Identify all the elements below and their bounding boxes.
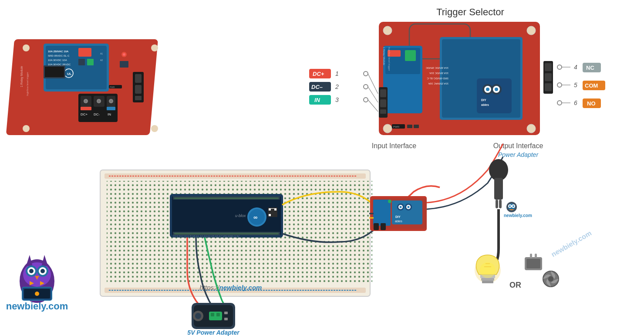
svg-text:10A 30VDC  10A: 10A 30VDC 10A bbox=[48, 59, 67, 61]
svg-text:A2: A2 bbox=[100, 59, 103, 61]
com-text: COM bbox=[585, 82, 598, 89]
svg-text:∞: ∞ bbox=[253, 214, 257, 221]
in-text: IN bbox=[314, 97, 320, 103]
svg-rect-30 bbox=[135, 96, 142, 100]
svg-text:u-blox: u-blox bbox=[235, 214, 246, 218]
nc-text: NC bbox=[586, 64, 594, 71]
svg-point-3 bbox=[23, 125, 30, 132]
svg-point-180 bbox=[35, 292, 39, 296]
svg-rect-154 bbox=[535, 254, 537, 258]
svg-text:PWR: PWR bbox=[393, 126, 400, 128]
svg-point-161 bbox=[509, 205, 511, 207]
pin4-circle bbox=[557, 65, 562, 69]
svg-rect-152 bbox=[526, 259, 540, 268]
pin6-number: 6 bbox=[574, 99, 577, 106]
svg-rect-44 bbox=[81, 107, 91, 110]
appliance-group bbox=[525, 254, 559, 287]
svg-line-88 bbox=[368, 74, 378, 94]
main-diagram: 1 Relay Module high/low level trigger 10… bbox=[0, 0, 644, 336]
power-adapter-5v bbox=[192, 303, 235, 329]
pin5-circle bbox=[557, 83, 562, 87]
svg-text:ables: ables bbox=[481, 103, 489, 106]
svg-text:A1: A1 bbox=[100, 52, 103, 55]
svg-text:DC+: DC+ bbox=[81, 112, 88, 116]
pin1-circle bbox=[364, 71, 368, 76]
svg-point-1 bbox=[23, 44, 30, 51]
svg-rect-21 bbox=[45, 67, 64, 77]
svg-rect-82 bbox=[380, 99, 386, 107]
or-label: OR bbox=[509, 281, 521, 289]
svg-point-50 bbox=[383, 26, 392, 35]
svg-rect-79 bbox=[414, 125, 419, 128]
svg-rect-148 bbox=[481, 278, 494, 281]
svg-text:SRD-05VDC-SL-C: SRD-05VDC-SL-C bbox=[48, 54, 70, 57]
svg-text:IN: IN bbox=[108, 112, 111, 116]
svg-text:10A 30VDC  10A: 10A 30VDC 10A bbox=[429, 72, 448, 75]
pin3-number: 3 bbox=[335, 96, 339, 103]
svg-rect-149 bbox=[482, 281, 493, 283]
svg-rect-29 bbox=[135, 85, 142, 94]
dc-plus-text: DC+ bbox=[313, 71, 324, 77]
no-text: NO bbox=[587, 100, 596, 107]
logo-bottom-left: newbiely.com bbox=[6, 255, 68, 312]
svg-text:SRD-05VDC-SL-C: SRD-05VDC-SL-C bbox=[427, 77, 448, 80]
svg-rect-46 bbox=[107, 107, 115, 110]
svg-rect-15 bbox=[78, 48, 91, 57]
svg-line-89 bbox=[368, 87, 378, 102]
svg-point-162 bbox=[513, 205, 514, 207]
svg-rect-45 bbox=[94, 107, 105, 110]
light-bulb bbox=[475, 255, 501, 283]
svg-rect-78 bbox=[407, 125, 412, 128]
pin3-circle bbox=[364, 98, 368, 102]
svg-point-2 bbox=[151, 44, 158, 51]
svg-rect-86 bbox=[545, 73, 552, 81]
pin1-number: 1 bbox=[335, 70, 339, 77]
logo-text: newbiely.com bbox=[6, 301, 68, 312]
svg-point-52 bbox=[383, 124, 392, 133]
svg-point-173 bbox=[40, 269, 45, 273]
svg-point-156 bbox=[548, 276, 553, 282]
svg-text:10A 30VDC  28VDC: 10A 30VDC 28VDC bbox=[425, 67, 448, 69]
svg-rect-119 bbox=[224, 312, 228, 314]
svg-text:high/low level trigger: high/low level trigger bbox=[26, 72, 29, 96]
svg-text:UL: UL bbox=[67, 72, 72, 76]
svg-line-90 bbox=[368, 100, 378, 112]
svg-rect-28 bbox=[135, 74, 142, 83]
svg-point-150 bbox=[480, 262, 496, 278]
svg-point-51 bbox=[527, 26, 536, 35]
svg-point-172 bbox=[29, 269, 34, 273]
pin2-number: 2 bbox=[335, 83, 339, 90]
pinout-title: Trigger Selector bbox=[436, 7, 504, 17]
dc-minus-text: DC– bbox=[311, 84, 323, 90]
svg-rect-85 bbox=[545, 63, 552, 71]
svg-rect-143 bbox=[499, 200, 502, 208]
svg-rect-83 bbox=[380, 109, 386, 114]
pin2-circle bbox=[364, 85, 368, 89]
power-adapter-5v-label: 5V Power Adapter bbox=[187, 329, 240, 336]
newbiely-small-logo: newbiely.com bbox=[504, 202, 532, 218]
svg-text:10A 250VAC  10A: 10A 250VAC 10A bbox=[48, 50, 69, 53]
svg-point-140 bbox=[489, 159, 508, 181]
watermark-text: newbiely.com bbox=[550, 229, 593, 258]
svg-rect-137 bbox=[381, 223, 386, 230]
input-interface-label: Input Interface bbox=[372, 142, 416, 149]
svg-point-130 bbox=[400, 206, 402, 208]
svg-text:high/low level trigger: high/low level trigger bbox=[388, 47, 391, 71]
svg-text:PWR: PWR bbox=[110, 86, 115, 88]
svg-rect-141 bbox=[494, 178, 503, 200]
svg-rect-81 bbox=[380, 89, 386, 97]
svg-rect-153 bbox=[530, 254, 532, 258]
svg-rect-120 bbox=[224, 318, 228, 320]
pin6-circle bbox=[557, 101, 562, 105]
svg-rect-58 bbox=[405, 50, 416, 61]
svg-text:D13 D12  D11 B   A8  A1  A2  A: D13 D12 D11 B A8 A1 A2 A3 A4 A5 A6 A7 VI… bbox=[173, 235, 239, 238]
svg-text:DIY: DIY bbox=[481, 98, 486, 102]
svg-rect-102 bbox=[174, 197, 279, 199]
svg-rect-113 bbox=[269, 214, 271, 216]
breadboard-url: https://newbiely.com bbox=[200, 284, 262, 291]
svg-rect-136 bbox=[374, 223, 379, 230]
svg-text:newbiely.com: newbiely.com bbox=[504, 213, 532, 218]
svg-point-23 bbox=[123, 53, 125, 56]
svg-rect-87 bbox=[545, 83, 552, 91]
svg-point-70 bbox=[486, 88, 489, 91]
